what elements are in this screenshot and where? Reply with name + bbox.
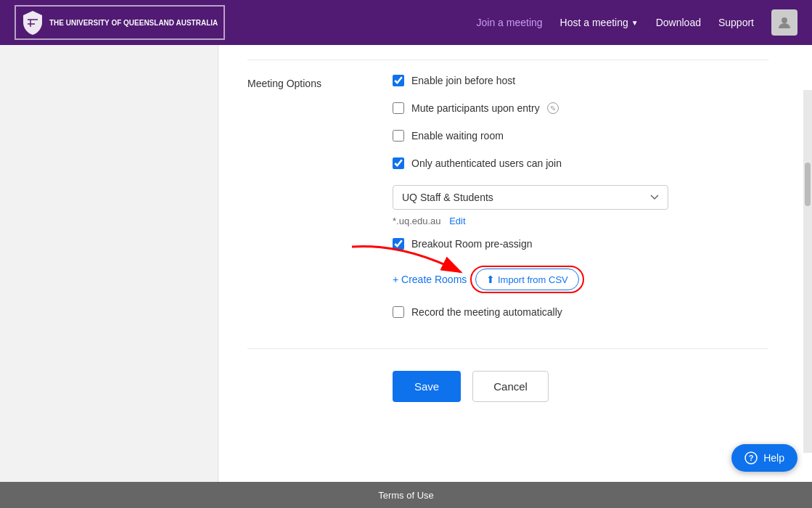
create-rooms-link[interactable]: + Create Rooms [393, 274, 467, 285]
join-meeting-link[interactable]: Join a meeting [477, 17, 543, 28]
meeting-options-section: Meeting Options Enable join before host … [247, 60, 768, 348]
sidebar-panel [0, 45, 218, 482]
checkbox-join-before-host[interactable] [393, 75, 404, 86]
scrollbar-track[interactable] [803, 90, 812, 453]
domain-text: *.uq.edu.au [393, 216, 441, 226]
option-waiting-room: Enable waiting room [393, 130, 768, 142]
footer: Terms of Use [0, 482, 812, 508]
upload-icon: ⬆ [486, 274, 495, 285]
svg-text:?: ? [749, 454, 754, 462]
terms-of-use[interactable]: Terms of Use [378, 490, 434, 501]
header-left: The University of Queensland Australia [15, 5, 225, 40]
user-icon [777, 15, 792, 30]
breakout-actions-container: + Create Rooms ⬆ Import from CSV [393, 266, 579, 290]
download-link[interactable]: Download [656, 17, 701, 28]
import-csv-label: Import from CSV [498, 274, 568, 285]
help-icon: ? [745, 451, 758, 464]
section-label: Meeting Options [247, 75, 364, 334]
host-meeting-link[interactable]: Host a meeting ▼ [560, 17, 639, 28]
auth-users-dropdown[interactable]: UQ Staff & Students All authenticated us… [393, 185, 668, 210]
option-auth-label: Only authenticated users can join [411, 157, 562, 169]
main-panel: Meeting Options Enable join before host … [218, 45, 812, 482]
checkbox-breakout-room[interactable] [393, 238, 404, 250]
option-authenticated-users: Only authenticated users can join [393, 157, 768, 169]
header: The University of Queensland Australia J… [0, 0, 812, 45]
content-area: Meeting Options Enable join before host … [0, 45, 812, 482]
support-link[interactable]: Support [718, 17, 754, 28]
logo-text: The University of Queensland Australia [49, 18, 218, 28]
section-content: Enable join before host Mute participant… [393, 75, 768, 334]
help-label: Help [763, 452, 784, 464]
domain-info: *.uq.edu.au Edit [393, 216, 768, 226]
option-record-auto: Record the meeting automatically [393, 306, 768, 318]
option-waiting-label: Enable waiting room [411, 130, 504, 142]
import-csv-wrapper: ⬆ Import from CSV [475, 269, 578, 290]
option-breakout-room: Breakout Room pre-assign [393, 238, 768, 250]
option-mute-label: Mute participants upon entry [411, 102, 540, 114]
host-dropdown-arrow: ▼ [631, 19, 639, 27]
option-join-before-host: Enable join before host [393, 75, 768, 86]
mute-info-icon[interactable]: ✎ [547, 102, 559, 114]
checkbox-mute-participants[interactable] [393, 102, 404, 114]
logo-shield-icon [22, 9, 44, 36]
cancel-button[interactable]: Cancel [472, 371, 549, 402]
option-breakout-label: Breakout Room pre-assign [411, 238, 533, 250]
svg-point-0 [782, 17, 787, 23]
checkbox-record-auto[interactable] [393, 306, 404, 318]
save-button[interactable]: Save [393, 371, 461, 402]
option-mute-participants: Mute participants upon entry ✎ [393, 102, 768, 114]
import-csv-button[interactable]: ⬆ Import from CSV [475, 269, 578, 290]
page-wrapper: The University of Queensland Australia J… [0, 0, 812, 508]
form-area: Meeting Options Enable join before host … [218, 45, 812, 431]
header-nav: Join a meeting Host a meeting ▼ Download… [477, 9, 797, 36]
logo-box[interactable]: The University of Queensland Australia [15, 5, 225, 40]
avatar[interactable] [771, 9, 797, 36]
help-button[interactable]: ? Help [731, 444, 797, 472]
option-record-label: Record the meeting automatically [411, 306, 562, 318]
option-join-label: Enable join before host [411, 75, 515, 86]
checkbox-authenticated-users[interactable] [393, 157, 404, 169]
checkbox-waiting-room[interactable] [393, 130, 404, 142]
scrollbar-thumb[interactable] [805, 163, 811, 206]
form-actions: Save Cancel [247, 348, 768, 417]
breakout-actions: + Create Rooms ⬆ Import from CSV [393, 269, 579, 290]
edit-domain-link[interactable]: Edit [449, 216, 465, 226]
